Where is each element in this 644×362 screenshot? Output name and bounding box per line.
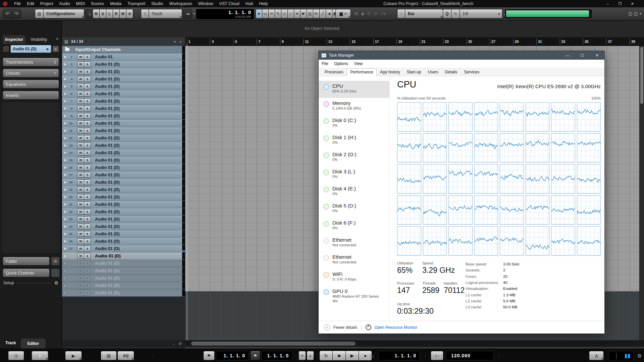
menu-vst-cloud[interactable]: VST Cloud xyxy=(216,0,242,7)
vertical-scrollbar-thumb[interactable] xyxy=(640,47,643,104)
tool-erase-icon[interactable]: ✕ xyxy=(294,9,301,18)
track-name-field[interactable]: Audio 01 (D) ▶ xyxy=(10,45,51,53)
right-locator-flag-button[interactable]: ⚑ xyxy=(250,351,260,360)
automation-mode-icon[interactable]: ⟟ xyxy=(141,9,149,18)
metronome-button[interactable]: Δ xyxy=(589,351,604,360)
menu-media[interactable]: Media xyxy=(107,0,124,7)
tm-tab-performance[interactable]: Performance xyxy=(347,68,377,76)
inspector-section-chords[interactable]: Chords≡ xyxy=(3,69,59,77)
sidebar-item-disk-0-c-[interactable]: Disk 0 (C:)0% xyxy=(319,115,389,132)
maximize-button[interactable]: ☐ xyxy=(575,51,590,60)
track-row[interactable]: 13msAudio 01 (D) xyxy=(62,142,185,149)
minimize-button[interactable]: — xyxy=(560,51,575,60)
inspector-section-quick-controls[interactable]: Quick Controls xyxy=(3,268,50,277)
mute-button[interactable]: m xyxy=(77,201,84,207)
grid-type-dropdown[interactable]: Bar xyxy=(405,9,443,18)
menu-midi[interactable]: MIDI xyxy=(73,0,88,7)
fewer-details-button[interactable]: Fewer details xyxy=(333,325,357,330)
sidebar-item-cpu[interactable]: CPU65% 3.29 GHz xyxy=(319,81,389,98)
mute-button[interactable]: m xyxy=(77,91,84,97)
track-row[interactable]: 20msAudio 01 (D) xyxy=(62,193,185,201)
tool-range-selection-icon[interactable]: ▭ xyxy=(262,9,269,18)
menu-scores[interactable]: Scores xyxy=(88,0,107,7)
solo-button[interactable]: s xyxy=(84,216,91,222)
sidebar-item-disk-5-d-[interactable]: Disk 5 (D:)0% xyxy=(319,200,389,218)
solo-button[interactable]: s xyxy=(84,142,91,148)
track-row[interactable]: 10msAudio 01 (D) xyxy=(62,120,185,127)
solo-button[interactable]: s xyxy=(84,83,91,89)
track-row[interactable]: 11msAudio 01 (D) xyxy=(62,127,185,134)
track-row[interactable]: 16msAudio 01 (D) xyxy=(62,164,185,171)
track-row[interactable]: 8msAudio 01 (D) xyxy=(62,105,185,112)
tempo-track-button[interactable]: ♪↕ xyxy=(431,351,443,360)
tm-tab-services[interactable]: Services xyxy=(461,68,483,76)
sidebar-item-ethernet[interactable]: EthernetNot connected xyxy=(319,235,389,252)
quick-controls-side-button[interactable] xyxy=(51,268,60,277)
sidebar-item-disk-4-e-[interactable]: Disk 4 (E:)0% xyxy=(319,183,389,200)
lower-zone-icon[interactable]: ◫ xyxy=(628,11,632,16)
track-list-icon[interactable]: ▤ xyxy=(64,39,68,44)
solo-button[interactable]: s xyxy=(84,128,91,133)
mute-button[interactable]: m xyxy=(77,61,84,67)
track-row[interactable]: 19msAudio 01 (D) xyxy=(62,186,185,193)
record-mode-button[interactable]: ● xyxy=(32,351,48,360)
mute-button[interactable]: m xyxy=(77,150,84,156)
transport-handle[interactable]: ⋮ xyxy=(497,353,501,358)
tm-tab-users[interactable]: Users xyxy=(424,68,441,76)
primary-time-display[interactable]: 1. 1. 1. 0 0:00:00.000 xyxy=(196,9,254,19)
tempo-display[interactable]: 120.000 xyxy=(446,351,494,360)
inspector-section-equalizers[interactable]: Equalizers xyxy=(3,80,59,88)
horizontal-scrollbar-thumb[interactable] xyxy=(191,342,356,346)
minimize-app-button[interactable]: – xyxy=(607,2,609,6)
tm-tab-start-up[interactable]: Start-up xyxy=(404,68,425,76)
left-locator-flag-button[interactable]: ⚑ xyxy=(203,351,215,360)
mute-button[interactable]: m xyxy=(77,194,84,200)
automation-w-button[interactable]: W xyxy=(119,9,126,18)
solo-button[interactable]: s xyxy=(84,290,91,296)
track-row[interactable]: 24msAudio 01 (D) xyxy=(62,223,185,230)
add-track-icon[interactable]: + xyxy=(173,39,176,44)
track-row[interactable]: 23msAudio 01 (D) xyxy=(62,216,185,223)
sidebar-item-gpu-0[interactable]: GPU 0AMD Radeon R7 200 Series4% xyxy=(319,286,389,308)
solo-button[interactable]: s xyxy=(84,246,91,251)
setup-window-layout-icon[interactable]: ▤ xyxy=(35,9,44,18)
track-row[interactable]: 26msAudio 01 (D) xyxy=(62,238,185,245)
inspector-menu-icon[interactable]: ≡ xyxy=(56,36,58,41)
autopunch-icon[interactable]: ⇥ xyxy=(183,9,192,18)
mute-button[interactable]: m xyxy=(77,135,84,141)
mute-button[interactable]: m xyxy=(77,275,84,281)
stop-button[interactable]: ■ xyxy=(332,351,346,361)
solo-button[interactable]: s xyxy=(84,253,91,259)
snap-zero-crossing-icon[interactable]: ⤬ xyxy=(355,11,358,16)
solo-button[interactable]: s xyxy=(84,209,91,215)
tab-inspector[interactable]: Inspector xyxy=(3,35,25,44)
task-manager-titlebar[interactable]: Task Manager — ☐ ✕ xyxy=(319,51,604,60)
inspector-section-trackversions[interactable]: TrackVersions∥ xyxy=(3,58,59,66)
track-row[interactable]: 1msAudio 01 xyxy=(62,53,185,61)
snap-grid-icon[interactable]: # xyxy=(361,11,364,16)
automation-m-button[interactable]: M xyxy=(93,9,100,18)
autopunch-dropdown-arrow-icon[interactable]: ▼ xyxy=(193,12,196,15)
menu-studio[interactable]: Studio xyxy=(148,0,166,7)
punch-out-button[interactable]: ▲ xyxy=(307,351,314,360)
automation-a-button[interactable]: A xyxy=(126,9,133,18)
horizontal-scrollbar[interactable] xyxy=(185,340,644,347)
solo-button[interactable]: s xyxy=(84,224,91,229)
solo-button[interactable]: s xyxy=(84,69,91,74)
track-list-gear-icon[interactable]: ⚙ xyxy=(178,342,182,346)
tm-tab-processes[interactable]: Processes xyxy=(321,68,347,76)
track-row[interactable]: 6msAudio 01 (D) xyxy=(62,90,185,98)
track-row[interactable]: msAudio 01 (D) xyxy=(62,267,185,275)
mute-button[interactable]: m xyxy=(77,128,84,133)
configurations-dropdown[interactable]: Configurations xyxy=(43,9,84,18)
mute-button[interactable]: m xyxy=(77,106,84,111)
track-row[interactable]: msAudio 01 (D) xyxy=(62,289,185,297)
mute-button[interactable]: m xyxy=(77,165,84,170)
mute-button[interactable]: m xyxy=(77,83,84,89)
sidebar-item-disk-6-f-[interactable]: Disk 6 (F:)0% xyxy=(319,218,389,235)
solo-button[interactable]: s xyxy=(84,260,91,266)
tool-draw-icon[interactable]: ✏ xyxy=(313,9,320,18)
aq-button[interactable]: AQ xyxy=(117,351,134,360)
solo-button[interactable]: s xyxy=(84,275,91,281)
menu-project[interactable]: Project xyxy=(37,0,56,7)
